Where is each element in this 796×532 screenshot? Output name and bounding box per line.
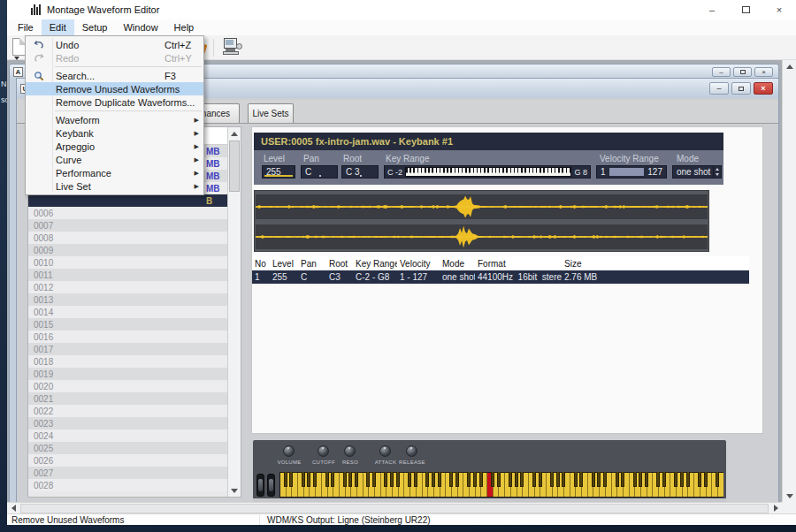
list-item[interactable]: 0013 (28, 293, 227, 306)
piano-white-key[interactable] (588, 473, 594, 497)
list-item[interactable]: 0009 (28, 244, 227, 256)
release-knob[interactable] (406, 445, 417, 457)
menu-item-undo[interactable]: UndoCtrl+Z (26, 38, 203, 51)
horizontal-scrollbar[interactable] (7, 502, 782, 513)
key-range-field[interactable]: C -2 G 8 (384, 165, 591, 179)
piano-white-key[interactable] (369, 473, 375, 497)
piano-white-key[interactable] (564, 473, 570, 497)
piano-white-key[interactable] (328, 473, 334, 497)
table-row[interactable]: 1255CC3C-2 - G81 - 127one shot44100Hz 16… (252, 270, 749, 284)
piano-white-key[interactable] (659, 473, 665, 497)
piano-white-key[interactable] (298, 473, 304, 497)
piano-white-key[interactable] (630, 473, 636, 497)
piano-white-key[interactable] (470, 473, 476, 497)
piano-white-key[interactable] (322, 473, 328, 497)
piano-white-key[interactable] (440, 473, 447, 497)
waveform-display[interactable] (254, 190, 709, 252)
inner-maximize-button[interactable] (731, 82, 751, 95)
list-item[interactable]: 0016 (28, 331, 227, 343)
piano-white-key[interactable] (280, 473, 287, 497)
piano-white-key[interactable] (351, 473, 357, 497)
level-field[interactable]: 255 (262, 165, 295, 179)
piano-white-key[interactable] (476, 473, 482, 497)
piano-white-key[interactable] (304, 473, 310, 497)
waveform-list-scrollbar[interactable] (227, 127, 241, 497)
piano-white-key[interactable] (712, 473, 718, 497)
piano-white-key[interactable] (434, 473, 440, 497)
velocity-range-field[interactable]: 1 127 (596, 165, 667, 179)
list-item[interactable]: 0015 (28, 318, 227, 331)
list-item[interactable]: 0010 (28, 256, 227, 269)
vertical-scrollbar[interactable] (782, 60, 796, 502)
piano-white-key[interactable] (357, 473, 364, 497)
piano-keyboard[interactable] (279, 472, 723, 498)
close-button[interactable]: × (762, 0, 796, 19)
piano-root-key[interactable] (487, 473, 494, 497)
menu-item-remove-duplicate-waveforms[interactable]: Remove Duplicate Waveforms... (26, 95, 203, 109)
piano-white-key[interactable] (700, 473, 707, 497)
piano-white-key[interactable] (404, 473, 410, 497)
piano-white-key[interactable] (452, 473, 458, 497)
piano-white-key[interactable] (340, 473, 346, 497)
maximize-button[interactable] (729, 0, 762, 19)
piano-white-key[interactable] (576, 473, 582, 497)
piano-white-key[interactable] (428, 473, 434, 497)
reso-knob[interactable] (344, 445, 356, 457)
minimize-button[interactable]: – (695, 0, 729, 19)
list-item[interactable]: 0027 (28, 467, 227, 479)
inner-minimize-button[interactable]: – (709, 82, 729, 95)
scrollbar-thumb[interactable] (20, 504, 769, 513)
mini-keyboard-icon[interactable] (405, 167, 571, 177)
menu-item-performance[interactable]: Performance▶ (26, 166, 203, 179)
piano-white-key[interactable] (529, 473, 535, 497)
scroll-left-icon[interactable] (7, 503, 19, 513)
volume-knob[interactable] (283, 445, 295, 457)
tab-live-sets[interactable]: Live Sets (248, 103, 294, 123)
piano-white-key[interactable] (540, 473, 547, 497)
mode-spinner[interactable] (713, 166, 721, 178)
list-item[interactable]: 0018 (28, 355, 227, 368)
piano-white-key[interactable] (694, 473, 700, 497)
list-item[interactable]: 0008 (28, 232, 227, 244)
piano-white-key[interactable] (381, 473, 387, 497)
list-item[interactable]: B (28, 194, 227, 207)
list-item[interactable]: 0017 (28, 343, 227, 355)
piano-white-key[interactable] (617, 473, 624, 497)
menu-item-keybank[interactable]: Keybank▶ (26, 126, 203, 140)
menu-item-arpeggio[interactable]: Arpeggio▶ (26, 140, 203, 153)
outer-minimize-button[interactable]: – (712, 67, 731, 77)
piano-white-key[interactable] (653, 473, 659, 497)
piano-white-key[interactable] (399, 473, 405, 497)
piano-white-key[interactable] (547, 473, 553, 497)
pan-field[interactable]: C (301, 165, 338, 179)
piano-white-key[interactable] (523, 473, 529, 497)
menu-item-search[interactable]: Search...F3 (26, 69, 203, 82)
menu-window[interactable]: Window (115, 19, 165, 35)
outer-maximize-button[interactable] (733, 67, 752, 77)
mode-select[interactable]: one shot (672, 165, 722, 179)
piano-white-key[interactable] (393, 473, 399, 497)
piano-white-key[interactable] (375, 473, 381, 497)
menu-item-curve[interactable]: Curve▶ (26, 153, 203, 166)
piano-white-key[interactable] (364, 473, 370, 497)
piano-white-key[interactable] (316, 473, 322, 497)
list-item[interactable]: 0028 (28, 479, 227, 491)
piano-white-key[interactable] (287, 473, 293, 497)
scroll-right-icon[interactable] (769, 503, 782, 513)
menu-edit[interactable]: Edit (42, 19, 74, 35)
piano-white-key[interactable] (310, 473, 316, 497)
piano-white-key[interactable] (677, 473, 683, 497)
piano-white-key[interactable] (292, 473, 298, 497)
menu-item-live-set[interactable]: Live Set▶ (26, 179, 203, 193)
list-item[interactable]: 0007 (28, 219, 227, 232)
piano-white-key[interactable] (463, 473, 470, 497)
audio-device-icon[interactable] (222, 38, 243, 57)
list-item[interactable]: 0023 (28, 417, 227, 429)
piano-white-key[interactable] (688, 473, 694, 497)
menu-item-remove-unused-waveforms[interactable]: Remove Unused Waveforms (26, 82, 203, 95)
piano-white-key[interactable] (481, 473, 487, 497)
piano-white-key[interactable] (593, 473, 600, 497)
piano-white-key[interactable] (458, 473, 464, 497)
piano-white-key[interactable] (505, 473, 511, 497)
piano-white-key[interactable] (494, 473, 500, 497)
